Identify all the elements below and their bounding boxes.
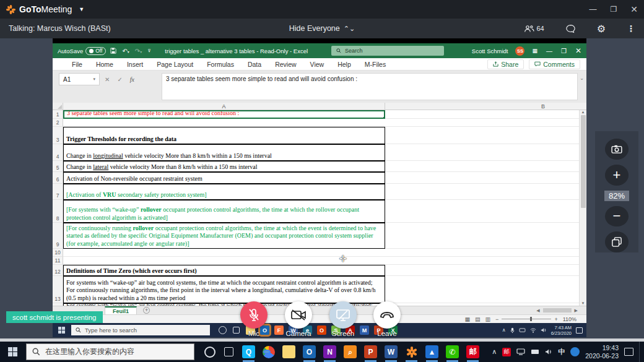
cell-A11[interactable] — [63, 257, 385, 265]
cancel-entry-icon[interactable]: ✕ — [105, 76, 110, 83]
scroll-down-icon[interactable]: ▼ — [581, 301, 585, 305]
name-box[interactable]: A1▾ — [59, 73, 100, 85]
share-button[interactable]: Share — [487, 59, 524, 69]
more-options-button[interactable]: ⋮ — [627, 24, 635, 33]
file-explorer-icon[interactable] — [282, 345, 295, 358]
wechat-icon[interactable]: ✆ — [446, 345, 459, 358]
row-header-6[interactable]: 6 — [53, 172, 63, 184]
ribbon-tab-page-layout[interactable]: Page Layout — [150, 58, 200, 70]
chrome-icon[interactable] — [263, 346, 275, 358]
horizontal-scroll-thumb[interactable] — [543, 308, 572, 312]
touchpad-tray-icon[interactable] — [531, 349, 539, 355]
chat-button[interactable] — [565, 24, 576, 33]
local-search-box[interactable]: 在这里输入你要搜索的内容 — [26, 343, 194, 360]
cell-A6[interactable]: Activation of Non-reversible occupant re… — [63, 172, 385, 184]
tray-mic-icon[interactable] — [510, 327, 515, 334]
screen-button[interactable] — [329, 301, 357, 329]
cortana-icon[interactable] — [219, 326, 227, 334]
cell-B10[interactable] — [385, 249, 586, 257]
ribbon-tab-view[interactable]: View — [303, 58, 331, 70]
insert-function-icon[interactable]: fx — [130, 76, 134, 83]
undo-button[interactable]: ↶▾ — [122, 48, 129, 54]
cell-A5[interactable]: Change in lateral vehicle velocity More … — [63, 161, 385, 172]
account-name[interactable]: Scott Schmidt — [472, 48, 508, 54]
cell-A8[interactable]: [For systems with “wake-up” rollover occ… — [63, 200, 385, 223]
ribbon-tab-insert[interactable]: Insert — [120, 58, 150, 70]
cell-B4[interactable] — [385, 144, 586, 161]
cell-B9[interactable] — [385, 223, 586, 249]
cell-B1[interactable] — [385, 110, 586, 119]
row-header-13[interactable]: 13 — [53, 276, 63, 303]
photos-icon[interactable]: ▲ — [425, 345, 438, 358]
scroll-up-icon[interactable]: ▲ — [581, 110, 585, 114]
onenote-icon[interactable]: N — [323, 345, 336, 358]
normal-view-icon[interactable]: ▦ — [465, 316, 471, 322]
zoom-in-button[interactable]: + — [605, 165, 629, 186]
zoom-out-icon[interactable]: − — [495, 316, 498, 322]
qq-browser-icon[interactable]: Q — [242, 345, 255, 358]
local-start-button[interactable] — [0, 347, 26, 357]
mic-button[interactable] — [240, 301, 268, 329]
row-header-10[interactable]: 10 — [53, 249, 63, 257]
zoom-knob[interactable] — [530, 317, 532, 321]
row-header-5[interactable]: 5 — [53, 161, 63, 172]
speaker-icon[interactable] — [541, 327, 547, 333]
cell-A4[interactable]: Change in longitudinal vehicle velocity … — [63, 144, 385, 161]
excel-restore-button[interactable]: ❐ — [561, 48, 567, 54]
cell-B11[interactable] — [385, 257, 586, 265]
ribbon-tab-review[interactable]: Review — [268, 58, 303, 70]
cell-A10[interactable] — [63, 249, 385, 257]
snapshot-button[interactable] — [605, 139, 629, 160]
ribbon-tab-home[interactable]: Home — [89, 58, 120, 70]
shared-clock[interactable]: 7:43 AM6/23/2020 — [551, 325, 572, 336]
leave-button[interactable] — [373, 301, 401, 329]
cell-B8[interactable] — [385, 200, 586, 223]
row-header-11[interactable]: 11 — [53, 257, 63, 265]
page-break-view-icon[interactable]: ▥ — [485, 316, 491, 322]
column-header-b[interactable]: B — [385, 103, 586, 110]
avatar[interactable]: SS — [515, 46, 524, 56]
excel-close-button[interactable]: ✕ — [575, 46, 581, 55]
word-icon[interactable]: W — [385, 345, 398, 358]
row-header-3[interactable]: 3 — [53, 127, 63, 144]
qat-customize-icon[interactable]: ⊽ — [147, 48, 150, 53]
select-all-corner[interactable] — [53, 103, 63, 110]
row-header-2[interactable]: 2 — [53, 119, 63, 127]
mail-tray-icon[interactable]: 邮 — [502, 348, 511, 356]
cell-B3[interactable] — [385, 127, 586, 144]
speaker-icon[interactable] — [545, 348, 552, 355]
autosave-toggle[interactable]: AutoSave Off — [58, 47, 106, 55]
app-tray-icon[interactable] — [570, 347, 580, 356]
row-header-4[interactable]: 4 — [53, 144, 63, 161]
action-center-icon[interactable] — [576, 327, 583, 334]
zoom-level[interactable]: 110% — [563, 316, 577, 322]
row-header-12[interactable]: 12 — [53, 265, 63, 276]
gtm-logo[interactable]: GoToMeeting ▼ — [6, 4, 84, 14]
enter-entry-icon[interactable]: ✓ — [117, 76, 122, 83]
cell-B2[interactable] — [385, 119, 586, 127]
ribbon-tab-formulas[interactable]: Formulas — [200, 58, 241, 70]
gtm-menu-caret-icon[interactable]: ▼ — [79, 6, 84, 12]
cell-B6[interactable] — [385, 172, 586, 184]
action-center-icon[interactable] — [624, 348, 633, 356]
cell-A2[interactable] — [63, 119, 385, 127]
show-desktop-button[interactable] — [639, 342, 642, 362]
ribbon-display-options-icon[interactable]: ▦ — [532, 48, 537, 54]
sheet-tab-feuil1[interactable]: Feuil1 — [105, 306, 137, 314]
zoom-out-button[interactable]: − — [605, 206, 629, 227]
settings-button[interactable]: ⚙ — [597, 23, 606, 35]
local-clock[interactable]: 19:432020-06-23 — [585, 344, 619, 360]
shared-search-box[interactable]: Type here to search — [71, 325, 210, 335]
formula-bar-collapse-icon[interactable]: ⌄ — [580, 75, 584, 81]
vertical-scrollbar[interactable]: ▲ ▼ — [579, 110, 586, 306]
ribbon-tab-m-files[interactable]: M-Files — [358, 58, 393, 70]
mfiles-icon[interactable]: M — [360, 325, 369, 335]
restore-button[interactable]: ❐ — [611, 5, 617, 14]
cortana-icon[interactable] — [204, 347, 215, 358]
cell-B7[interactable] — [385, 184, 586, 200]
scroll-left-icon[interactable]: ◀ — [536, 308, 539, 313]
page-layout-view-icon[interactable]: ▤ — [475, 316, 481, 322]
firefox-icon[interactable]: F — [274, 325, 284, 335]
row-header-9[interactable]: 9 — [53, 223, 63, 249]
netease-mail-icon[interactable]: 邮 — [466, 345, 479, 358]
